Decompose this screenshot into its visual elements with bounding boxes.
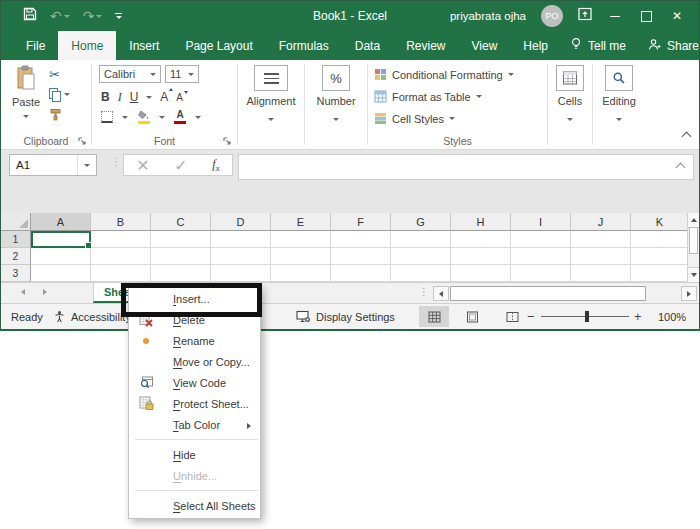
row-header-2[interactable]: 2 (1, 248, 31, 265)
name-box[interactable]: A1 (9, 154, 97, 176)
redo-button[interactable]: ↷ (83, 9, 103, 23)
column-header-C[interactable]: C (151, 213, 211, 231)
menu-item-select-all-sheets[interactable]: Select All Sheets (129, 495, 260, 516)
ribbon-display-options-icon[interactable] (578, 7, 592, 25)
paste-button[interactable]: Paste (9, 65, 43, 120)
menu-item-delete[interactable]: Delete (129, 309, 260, 330)
column-header-J[interactable]: J (571, 213, 631, 231)
column-header-F[interactable]: F (331, 213, 391, 231)
alignment-button[interactable]: Alignment (238, 65, 304, 123)
bold-button[interactable]: B (101, 90, 110, 104)
editing-button[interactable]: Editing (593, 65, 645, 123)
enter-button[interactable]: ✓ (174, 156, 187, 175)
name-box-dropdown[interactable] (77, 155, 96, 175)
tab-page-layout[interactable]: Page Layout (172, 31, 265, 60)
conditional-formatting-button[interactable]: Conditional Formatting (374, 67, 514, 82)
tab-data[interactable]: Data (342, 31, 393, 60)
font-size-combo[interactable]: 11 (165, 65, 199, 83)
tab-formulas[interactable]: Formulas (266, 31, 342, 60)
menu-item-move-or-copy[interactable]: Move or Copy... (129, 351, 260, 372)
zoom-slider-handle[interactable] (585, 311, 589, 322)
copy-button[interactable] (49, 88, 70, 101)
customize-qat-button[interactable] (115, 13, 122, 19)
minimize-button[interactable] (607, 8, 623, 24)
scroll-down-button[interactable] (688, 267, 699, 282)
normal-view-button[interactable] (419, 306, 449, 327)
decrease-font-button[interactable]: A (176, 92, 183, 103)
clipboard-dialog-launcher[interactable] (78, 137, 86, 145)
underline-dropdown-icon[interactable] (146, 96, 152, 99)
insert-function-button[interactable]: fx (212, 157, 219, 173)
previous-sheet-icon[interactable] (21, 289, 25, 295)
column-header-I[interactable]: I (511, 213, 571, 231)
scroll-right-button[interactable] (681, 286, 697, 301)
save-icon[interactable] (23, 7, 37, 25)
display-settings-button[interactable]: Display Settings (296, 304, 395, 329)
horizontal-scrollbar[interactable] (433, 286, 697, 301)
fill-color-button[interactable] (137, 110, 150, 124)
undo-dropdown-icon[interactable] (64, 15, 70, 18)
scroll-left-button[interactable] (433, 286, 449, 301)
borders-dropdown-icon[interactable] (122, 116, 128, 119)
tell-me-button[interactable]: Tell me (561, 37, 635, 54)
expand-formula-bar-icon[interactable] (676, 163, 686, 173)
tab-view[interactable]: View (459, 31, 511, 60)
borders-button[interactable] (101, 111, 113, 123)
column-header-B[interactable]: B (91, 213, 151, 231)
scroll-up-button[interactable] (688, 213, 699, 228)
column-header-A[interactable]: A (31, 213, 91, 231)
font-color-dropdown-icon[interactable] (195, 116, 201, 119)
cell-styles-button[interactable]: Cell Styles (374, 111, 455, 126)
zoom-level[interactable]: 100% (658, 304, 686, 329)
zoom-in-button[interactable]: + (634, 304, 642, 329)
menu-item-tab-color[interactable]: Tab Color (129, 414, 260, 435)
vertical-scrollbar[interactable] (687, 213, 699, 282)
share-button[interactable]: Share (639, 38, 700, 54)
increase-font-button[interactable]: A (160, 90, 168, 104)
zoom-out-button[interactable]: − (527, 304, 535, 329)
cut-button[interactable]: ✂ (49, 68, 70, 81)
user-name[interactable]: priyabrata ojha (450, 10, 526, 22)
tab-review[interactable]: Review (393, 31, 458, 60)
select-all-corner[interactable] (1, 213, 31, 231)
fill-color-dropdown-icon[interactable] (159, 116, 165, 119)
menu-item-rename[interactable]: Rename (129, 330, 260, 351)
format-painter-button[interactable] (49, 108, 70, 121)
cells-button[interactable]: Cells (548, 65, 592, 123)
column-header-G[interactable]: G (391, 213, 451, 231)
horizontal-scroll-thumb[interactable] (450, 286, 646, 301)
format-as-table-button[interactable]: Format as Table (374, 89, 482, 104)
menu-item-hide[interactable]: Hide (129, 444, 260, 465)
selected-cell-A1[interactable] (31, 231, 91, 248)
drag-dots-icon[interactable]: ⋮ (111, 156, 120, 167)
page-break-preview-button[interactable] (497, 306, 527, 327)
page-layout-view-button[interactable] (457, 306, 487, 327)
row-header-1[interactable]: 1 (1, 231, 31, 248)
font-color-button[interactable]: A (174, 110, 186, 124)
paste-dropdown-icon[interactable] (23, 115, 29, 118)
fill-handle[interactable] (85, 242, 92, 249)
cancel-button[interactable]: ✕ (136, 156, 149, 175)
next-sheet-icon[interactable] (43, 289, 47, 295)
tab-home[interactable]: Home (58, 31, 116, 60)
menu-item-view-code[interactable]: View Code (129, 372, 260, 393)
font-dialog-launcher[interactable] (223, 137, 231, 145)
close-button[interactable]: ✕ (669, 8, 685, 24)
maximize-button[interactable] (638, 8, 654, 24)
column-header-H[interactable]: H (451, 213, 511, 231)
tab-insert[interactable]: Insert (116, 31, 172, 60)
underline-button[interactable]: U (130, 90, 139, 104)
redo-dropdown-icon[interactable] (96, 15, 102, 18)
menu-item-insert[interactable]: Insert... (129, 288, 260, 309)
column-header-D[interactable]: D (211, 213, 271, 231)
tab-help[interactable]: Help (510, 31, 561, 60)
avatar[interactable]: PO (541, 5, 563, 27)
tab-file[interactable]: File (13, 31, 58, 60)
menu-item-protect-sheet[interactable]: Protect Sheet... (129, 393, 260, 414)
column-header-E[interactable]: E (271, 213, 331, 231)
undo-button[interactable]: ↶ (50, 9, 70, 23)
italic-button[interactable]: I (118, 90, 122, 105)
column-header-K[interactable]: K (631, 213, 689, 231)
vertical-scroll-thumb[interactable] (689, 227, 698, 254)
drag-dots-icon[interactable]: ⋮ (419, 286, 429, 297)
